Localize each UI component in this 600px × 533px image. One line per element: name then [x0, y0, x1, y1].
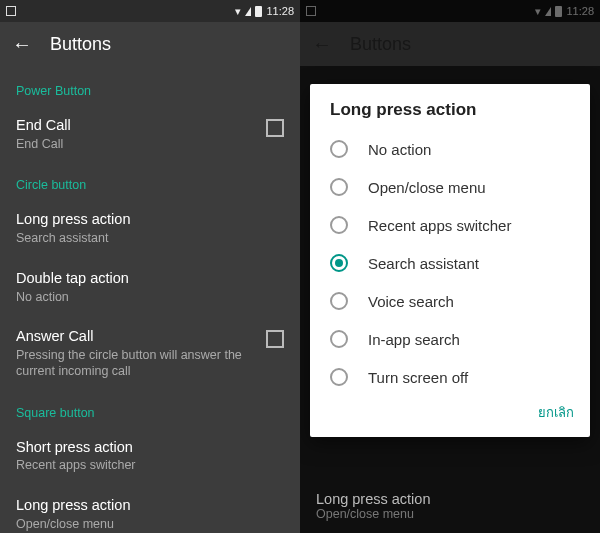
screenshot-icon: [6, 6, 16, 16]
item-title: Long press action: [16, 496, 284, 515]
battery-icon: [255, 6, 262, 17]
item-title: Double tap action: [16, 269, 284, 288]
radio-icon[interactable]: [330, 368, 348, 386]
option-no-action[interactable]: No action: [310, 130, 590, 168]
page-title: Buttons: [50, 34, 111, 55]
item-subtitle: Pressing the circle button will answer t…: [16, 348, 256, 379]
option-label: Recent apps switcher: [368, 217, 511, 234]
radio-icon[interactable]: [330, 178, 348, 196]
radio-icon[interactable]: [330, 216, 348, 234]
checkbox-end-call[interactable]: [266, 119, 284, 137]
option-in-app-search[interactable]: In-app search: [310, 320, 590, 358]
option-label: Open/close menu: [368, 179, 486, 196]
item-subtitle: Recent apps switcher: [16, 458, 284, 474]
item-answer-call[interactable]: Answer Call Pressing the circle button w…: [0, 317, 300, 391]
option-voice-search[interactable]: Voice search: [310, 282, 590, 320]
item-title: Long press action: [16, 210, 284, 229]
left-screen: ▾ 11:28 ← Buttons Power Button End Call …: [0, 0, 300, 533]
back-icon[interactable]: ←: [12, 33, 32, 56]
option-label: Voice search: [368, 293, 454, 310]
right-screen: ▾ 11:28 ← Buttons Long press action Open…: [300, 0, 600, 533]
section-power-button: Power Button: [0, 70, 300, 106]
item-title: Short press action: [16, 438, 284, 457]
option-label: In-app search: [368, 331, 460, 348]
status-bar: ▾ 11:28: [0, 0, 300, 22]
radio-icon[interactable]: [330, 292, 348, 310]
option-turn-screen-off[interactable]: Turn screen off: [310, 358, 590, 396]
radio-icon-selected[interactable]: [330, 254, 348, 272]
item-subtitle: No action: [16, 290, 284, 306]
radio-icon[interactable]: [330, 330, 348, 348]
option-label: Search assistant: [368, 255, 479, 272]
item-long-press-action-square[interactable]: Long press action Open/close menu: [0, 486, 300, 533]
item-short-press-action[interactable]: Short press action Recent apps switcher: [0, 428, 300, 486]
item-title: Long press action: [316, 491, 584, 507]
item-end-call[interactable]: End Call End Call: [0, 106, 300, 164]
signal-icon: [245, 7, 251, 16]
item-title: End Call: [16, 116, 256, 135]
item-long-press-action[interactable]: Long press action Search assistant: [0, 200, 300, 258]
cancel-button[interactable]: ยกเลิก: [538, 405, 574, 420]
checkbox-answer-call[interactable]: [266, 330, 284, 348]
item-subtitle: Open/close menu: [316, 507, 584, 521]
option-label: No action: [368, 141, 431, 158]
option-open-close-menu[interactable]: Open/close menu: [310, 168, 590, 206]
ghost-item: Long press action Open/close menu: [300, 485, 600, 533]
dialog-title: Long press action: [310, 100, 590, 130]
option-label: Turn screen off: [368, 369, 468, 386]
option-recent-apps-switcher[interactable]: Recent apps switcher: [310, 206, 590, 244]
section-square-button: Square button: [0, 392, 300, 428]
wifi-icon: ▾: [235, 5, 241, 18]
item-subtitle: End Call: [16, 137, 256, 153]
app-bar: ← Buttons: [0, 22, 300, 66]
item-subtitle: Open/close menu: [16, 517, 284, 533]
status-time: 11:28: [266, 5, 294, 17]
option-search-assistant[interactable]: Search assistant: [310, 244, 590, 282]
item-double-tap-action[interactable]: Double tap action No action: [0, 259, 300, 317]
settings-list[interactable]: Power Button End Call End Call Circle bu…: [0, 66, 300, 533]
radio-icon[interactable]: [330, 140, 348, 158]
section-circle-button: Circle button: [0, 164, 300, 200]
item-title: Answer Call: [16, 327, 256, 346]
item-subtitle: Search assistant: [16, 231, 284, 247]
long-press-action-dialog: Long press action No action Open/close m…: [310, 84, 590, 437]
